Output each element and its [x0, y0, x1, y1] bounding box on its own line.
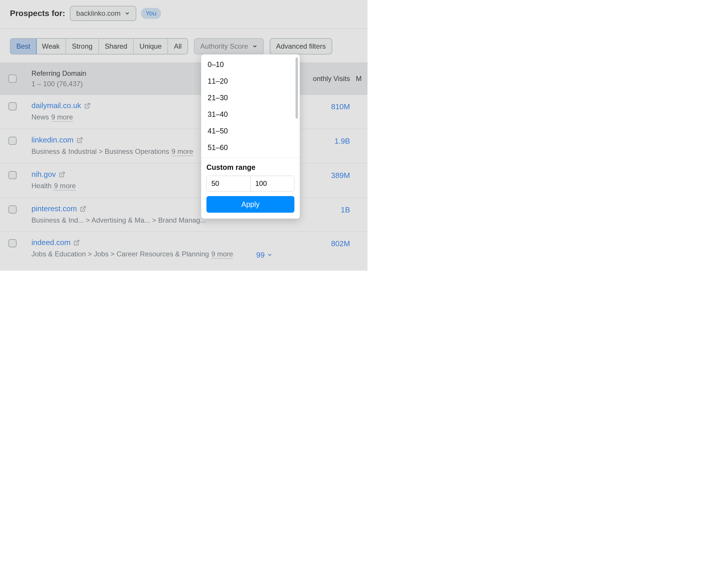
range-from-input[interactable]	[207, 176, 251, 191]
tab-weak[interactable]: Weak	[36, 39, 66, 54]
external-link-icon	[80, 206, 86, 212]
tab-all[interactable]: All	[168, 39, 188, 54]
column-header-visits[interactable]: onthly Visits	[292, 75, 350, 83]
domain-name: nih.gov	[31, 170, 56, 179]
category-text: News	[31, 113, 49, 121]
domain-name: dailymail.co.uk	[31, 101, 81, 110]
more-categories-link[interactable]: 9 more	[54, 182, 76, 190]
category-text: Jobs & Education > Jobs > Career Resourc…	[31, 250, 209, 258]
svg-line-1	[79, 137, 82, 140]
page-header: Prospects for: backlinko.com You	[0, 0, 367, 29]
scrollbar[interactable]	[296, 57, 298, 119]
tab-best[interactable]: Best	[10, 38, 37, 54]
dropdown-options-list: 0–10 11–20 21–30 31–40 41–50 51–60	[201, 54, 300, 158]
authority-score-label: Authority Score	[200, 42, 248, 50]
svg-line-2	[61, 172, 64, 175]
table-header-row: Referring Domain 1 – 100 (76,437) onthly…	[0, 63, 367, 95]
category-text: Health	[31, 182, 52, 190]
table-row: indeed.com Jobs & Education > Jobs > Car…	[0, 231, 367, 266]
tab-strong[interactable]: Strong	[66, 39, 99, 54]
apply-button[interactable]: Apply	[206, 196, 294, 213]
select-all-checkbox-cell	[0, 75, 25, 83]
external-link-icon	[73, 239, 80, 246]
chevron-down-icon	[252, 44, 257, 49]
chevron-down-icon	[267, 250, 272, 259]
row-checkbox[interactable]	[8, 137, 17, 145]
filters-row: Best Weak Strong Shared Unique All Autho…	[0, 29, 367, 63]
tab-unique[interactable]: Unique	[134, 39, 168, 54]
page-title: Prospects for:	[10, 9, 65, 18]
monthly-visits-value[interactable]: 802M	[292, 238, 350, 248]
monthly-visits-value[interactable]: 389M	[292, 170, 350, 180]
more-categories-link[interactable]: 9 more	[211, 250, 233, 259]
authority-score-value[interactable]: 99	[256, 250, 272, 259]
chevron-down-icon	[125, 11, 130, 16]
dropdown-option[interactable]: 11–20	[201, 73, 300, 89]
svg-line-3	[82, 206, 85, 209]
domain-name: linkedin.com	[31, 135, 74, 144]
row-checkbox[interactable]	[8, 102, 17, 110]
tab-segment-group: Best Weak Strong Shared Unique All	[10, 38, 188, 54]
custom-range-inputs	[206, 176, 294, 191]
monthly-visits-value[interactable]: 810M	[292, 101, 350, 111]
column-header-last: M	[350, 75, 367, 83]
more-categories-link[interactable]: 9 more	[172, 147, 193, 156]
authority-score-dropdown: 0–10 11–20 21–30 31–40 41–50 51–60 Custo…	[201, 54, 300, 219]
dropdown-option[interactable]: 0–10	[201, 56, 300, 73]
table-row: linkedin.com Business & Industrial > Bus…	[0, 129, 367, 163]
custom-range-section: Custom range Apply	[201, 158, 300, 218]
svg-line-4	[76, 240, 79, 243]
row-checkbox[interactable]	[8, 171, 17, 179]
category-text: Business & Ind... > Advertising & Ma... …	[31, 216, 206, 224]
row-checkbox[interactable]	[8, 239, 17, 247]
select-all-checkbox[interactable]	[8, 75, 17, 83]
monthly-visits-value[interactable]: 1B	[292, 204, 350, 214]
table-row: pinterest.com Business & Ind... > Advert…	[0, 198, 367, 231]
you-badge: You	[141, 8, 161, 19]
range-to-input[interactable]	[251, 176, 294, 191]
table-row: nih.gov Health 9 more 389M	[0, 163, 367, 198]
external-link-icon	[84, 102, 91, 109]
monthly-visits-value[interactable]: 1.9B	[292, 135, 350, 146]
authority-score-number: 99	[256, 250, 265, 259]
row-checkbox[interactable]	[8, 205, 17, 213]
domain-selector[interactable]: backlinko.com	[70, 6, 136, 21]
domain-selector-value: backlinko.com	[76, 9, 121, 17]
table-row: dailymail.co.uk News 9 more 810M	[0, 95, 367, 129]
authority-score-filter[interactable]: Authority Score	[194, 38, 264, 54]
dropdown-option[interactable]: 41–50	[201, 123, 300, 139]
category-line: Jobs & Education > Jobs > Career Resourc…	[31, 250, 292, 259]
domain-name: indeed.com	[31, 238, 70, 247]
category-text: Business & Industrial > Business Operati…	[31, 147, 169, 155]
domain-link[interactable]: indeed.com	[31, 238, 292, 247]
tab-shared[interactable]: Shared	[99, 39, 134, 54]
advanced-filters-button[interactable]: Advanced filters	[270, 38, 332, 54]
dropdown-option[interactable]: 21–30	[201, 89, 300, 106]
dropdown-option[interactable]: 31–40	[201, 106, 300, 123]
svg-line-0	[87, 103, 90, 106]
custom-range-title: Custom range	[206, 163, 294, 171]
domain-name: pinterest.com	[31, 204, 77, 213]
dropdown-option[interactable]: 51–60	[201, 139, 300, 156]
more-categories-link[interactable]: 9 more	[51, 113, 73, 122]
external-link-icon	[59, 171, 65, 178]
external-link-icon	[77, 137, 83, 143]
